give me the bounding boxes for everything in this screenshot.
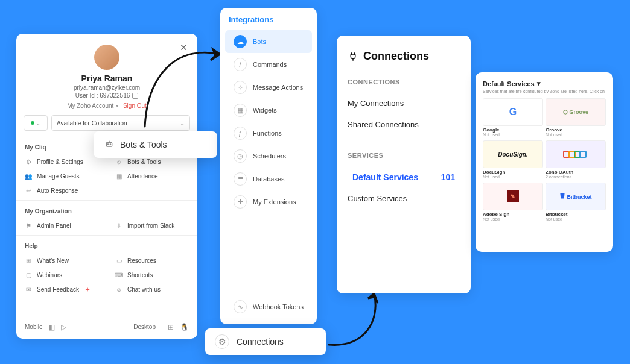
monitor-icon: ▢ <box>25 271 32 278</box>
copy-icon[interactable] <box>132 93 138 99</box>
profile-email: priya.raman@zylker.com <box>16 84 197 91</box>
bot-icon: ☁ <box>234 35 247 48</box>
status-select[interactable]: Available for Collaboration⌄ <box>51 115 190 131</box>
footer-mobile-label: Mobile <box>25 324 42 330</box>
gear-icon: ⚙ <box>25 158 32 165</box>
popup-bots-tools[interactable]: Bots & Tools <box>94 131 217 158</box>
integrations-panel: Integrations ☁Bots /Commands ✧Message Ac… <box>220 8 317 324</box>
service-card-bitbucket[interactable]: Bitbucket <box>546 183 606 210</box>
guests-icon: 👥 <box>25 172 32 180</box>
services-desc: Services that are pre-configured by Zoho… <box>483 89 606 93</box>
profile-userid: User Id : 697322516 <box>16 92 197 99</box>
connections-section-label: CONNECTIONS <box>348 78 460 86</box>
my-account-link[interactable]: My Zoho Account <box>67 102 113 109</box>
integ-schedulers[interactable]: ◷Schedulers <box>225 145 312 168</box>
footer-desktop-label: Desktop <box>133 324 156 330</box>
integ-widgets[interactable]: ▦Widgets <box>225 99 312 122</box>
keyboard-icon: ⌨ <box>115 271 122 278</box>
android-icon[interactable]: ◧ <box>48 323 55 331</box>
database-icon: ≣ <box>234 172 247 186</box>
integrations-title: Integrations <box>220 15 317 30</box>
function-icon: ƒ <box>234 127 247 140</box>
menu-import-slack[interactable]: ⇩Import from Slack <box>107 218 197 233</box>
default-services-count: 101 <box>441 172 455 182</box>
integ-message-actions[interactable]: ✧Message Actions <box>225 76 312 99</box>
shared-connections[interactable]: Shared Connections <box>348 114 460 135</box>
integ-commands[interactable]: /Commands <box>225 53 312 76</box>
service-card-adobe-sign[interactable]: ✎ <box>483 183 543 210</box>
my-connections[interactable]: My Connections <box>348 93 460 114</box>
integ-databases[interactable]: ≣Databases <box>225 168 312 190</box>
calendar-icon: ▦ <box>115 172 122 180</box>
chat-icon: ✉ <box>25 286 32 293</box>
menu-manage-guests[interactable]: 👥Manage Guests <box>16 169 107 183</box>
book-icon: ▭ <box>115 257 122 264</box>
service-card-groove[interactable]: ⬡ Groove <box>546 98 606 126</box>
sign-out-link[interactable]: Sign Out <box>123 102 147 109</box>
bot-icon: ⎋ <box>115 158 122 165</box>
menu-profile-settings[interactable]: ⚙Profile & Settings <box>16 154 107 169</box>
clock-icon: ◷ <box>234 149 247 163</box>
close-icon[interactable]: ✕ <box>180 42 188 53</box>
svg-point-1 <box>107 144 108 145</box>
service-card-docusign[interactable]: DocuSign. <box>483 140 543 168</box>
section-help: Help <box>16 238 197 253</box>
arrow-2 <box>323 284 407 351</box>
section-myorg: My Organization <box>16 203 197 218</box>
menu-send-feedback[interactable]: ✉Send Feedback✦ <box>16 282 107 297</box>
presence-toggle[interactable]: ⌄ <box>24 115 48 131</box>
windows-icon[interactable]: ⊞ <box>168 323 174 331</box>
popup-connections[interactable]: ⚙ Connections <box>205 328 326 355</box>
menu-admin-panel[interactable]: ⚑Admin Panel <box>16 218 107 233</box>
connections-title: Connections <box>348 50 460 63</box>
account-row: My Zoho Account•Sign Out <box>16 102 197 109</box>
action-icon: ✧ <box>234 81 247 94</box>
services-section-label: SERVICES <box>348 152 460 159</box>
webhook-icon: ∿ <box>234 300 247 313</box>
menu-shortcuts[interactable]: ⌨Shortcuts <box>107 268 197 282</box>
menu-webinars[interactable]: ▢Webinars <box>16 268 107 282</box>
support-icon: ☺ <box>115 286 122 293</box>
avatar <box>94 45 119 70</box>
profile-footer: Mobile ◧▷ Desktop ⊞🐧 <box>16 315 197 339</box>
custom-services[interactable]: Custom Services <box>348 188 460 209</box>
sparkle-icon: ✦ <box>85 286 90 293</box>
puzzle-icon: ✚ <box>234 195 247 209</box>
integ-webhook-tokens[interactable]: ∿Webhook Tokens <box>225 295 312 318</box>
default-services[interactable]: Default Services 101 <box>348 166 460 188</box>
grid-icon: ▦ <box>234 104 247 117</box>
ios-icon[interactable]: ▷ <box>61 323 66 331</box>
admin-icon: ⚑ <box>25 222 32 229</box>
services-header[interactable]: Default Services▾ <box>483 80 606 87</box>
profile-panel: ✕ Priya Raman priya.raman@zylker.com Use… <box>16 34 197 339</box>
integ-bots[interactable]: ☁Bots <box>225 30 312 53</box>
slash-icon: / <box>234 58 247 71</box>
connections-panel: Connections CONNECTIONS My Connections S… <box>337 36 471 293</box>
menu-attendance[interactable]: ▦Attendance <box>107 169 197 183</box>
integ-functions[interactable]: ƒFunctions <box>225 122 312 145</box>
services-panel: Default Services▾ Services that are pre-… <box>476 72 613 252</box>
linux-icon[interactable]: 🐧 <box>180 323 189 331</box>
profile-name: Priya Raman <box>16 74 197 83</box>
integ-my-extensions[interactable]: ✚My Extensions <box>225 190 312 213</box>
gift-icon: ⊞ <box>25 257 32 264</box>
plug-icon <box>348 51 358 62</box>
bot-icon <box>104 139 114 151</box>
reply-icon: ↩ <box>25 187 32 194</box>
menu-chat-with-us[interactable]: ☺Chat with us <box>107 282 197 297</box>
gear-icon: ⚙ <box>215 334 229 349</box>
menu-auto-response[interactable]: ↩Auto Response <box>16 183 107 198</box>
service-card-zoho-oauth[interactable] <box>546 140 606 168</box>
menu-whats-new[interactable]: ⊞What's New <box>16 253 107 268</box>
chevron-down-icon: ▾ <box>537 80 541 87</box>
import-icon: ⇩ <box>115 222 122 229</box>
svg-point-2 <box>110 144 110 145</box>
menu-resources[interactable]: ▭Resources <box>107 253 197 268</box>
service-card-google[interactable]: G <box>483 98 543 126</box>
